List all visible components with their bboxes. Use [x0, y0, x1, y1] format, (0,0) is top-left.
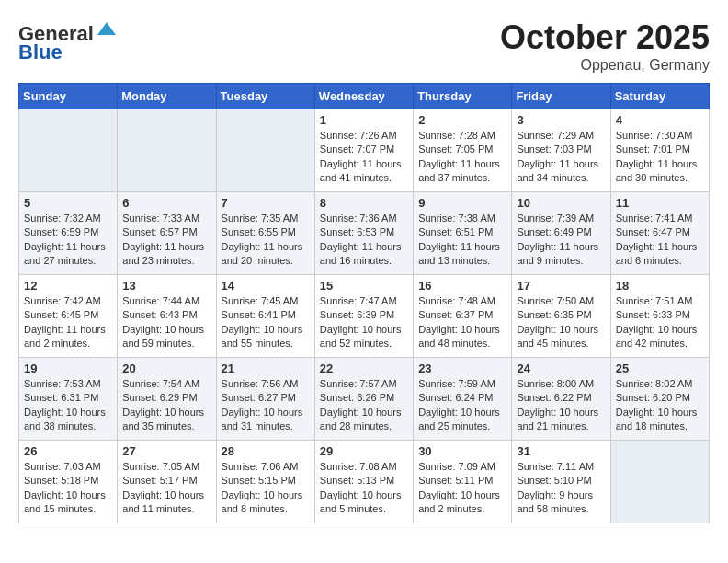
calendar-cell: 16Sunrise: 7:48 AM Sunset: 6:37 PM Dayli… [414, 275, 512, 358]
day-number: 23 [418, 362, 506, 375]
day-number: 24 [517, 362, 605, 375]
day-info: Sunrise: 7:42 AM Sunset: 6:45 PM Dayligh… [24, 294, 112, 351]
day-info: Sunrise: 8:00 AM Sunset: 6:22 PM Dayligh… [517, 377, 605, 434]
title-block: October 2025 Oppenau, Germany [500, 18, 710, 74]
day-info: Sunrise: 7:06 AM Sunset: 5:15 PM Dayligh… [222, 460, 310, 517]
day-number: 7 [222, 196, 310, 210]
location: Oppenau, Germany [500, 57, 710, 74]
calendar-week-2: 5Sunrise: 7:32 AM Sunset: 6:59 PM Daylig… [19, 192, 710, 275]
day-info: Sunrise: 7:50 AM Sunset: 6:35 PM Dayligh… [517, 294, 605, 351]
day-info: Sunrise: 7:47 AM Sunset: 6:39 PM Dayligh… [320, 294, 408, 351]
day-info: Sunrise: 7:26 AM Sunset: 7:07 PM Dayligh… [320, 129, 408, 186]
logo-icon [96, 18, 118, 40]
day-info: Sunrise: 7:54 AM Sunset: 6:29 PM Dayligh… [122, 377, 210, 434]
day-number: 19 [24, 362, 112, 375]
day-number: 31 [517, 444, 605, 458]
day-number: 5 [24, 196, 112, 210]
calendar-cell: 30Sunrise: 7:09 AM Sunset: 5:11 PM Dayli… [414, 441, 512, 523]
calendar-cell: 5Sunrise: 7:32 AM Sunset: 6:59 PM Daylig… [19, 192, 118, 275]
day-info: Sunrise: 7:51 AM Sunset: 6:33 PM Dayligh… [616, 294, 704, 351]
calendar-cell [118, 109, 216, 192]
day-info: Sunrise: 7:45 AM Sunset: 6:41 PM Dayligh… [222, 294, 310, 351]
day-info: Sunrise: 7:44 AM Sunset: 6:43 PM Dayligh… [122, 294, 210, 351]
day-number: 30 [418, 444, 506, 458]
calendar-cell: 20Sunrise: 7:54 AM Sunset: 6:29 PM Dayli… [118, 358, 216, 441]
day-number: 20 [122, 362, 210, 375]
day-info: Sunrise: 7:05 AM Sunset: 5:17 PM Dayligh… [122, 460, 210, 517]
day-number: 22 [320, 362, 408, 375]
day-info: Sunrise: 7:03 AM Sunset: 5:18 PM Dayligh… [24, 460, 112, 517]
weekday-header-wednesday: Wednesday [314, 84, 413, 109]
calendar-cell: 26Sunrise: 7:03 AM Sunset: 5:18 PM Dayli… [19, 441, 118, 523]
calendar-table: SundayMondayTuesdayWednesdayThursdayFrid… [18, 83, 710, 523]
day-number: 2 [418, 113, 506, 127]
day-info: Sunrise: 7:35 AM Sunset: 6:55 PM Dayligh… [222, 212, 310, 269]
calendar-cell: 24Sunrise: 8:00 AM Sunset: 6:22 PM Dayli… [512, 358, 610, 441]
day-number: 14 [222, 279, 310, 293]
svg-marker-0 [97, 22, 116, 35]
calendar-cell: 12Sunrise: 7:42 AM Sunset: 6:45 PM Dayli… [19, 275, 118, 358]
day-info: Sunrise: 7:29 AM Sunset: 7:03 PM Dayligh… [517, 129, 605, 186]
day-number: 8 [320, 196, 408, 210]
day-info: Sunrise: 7:56 AM Sunset: 6:27 PM Dayligh… [222, 377, 310, 434]
page-header: General Blue October 2025 Oppenau, Germa… [18, 18, 710, 74]
day-info: Sunrise: 7:57 AM Sunset: 6:26 PM Dayligh… [320, 377, 408, 434]
calendar-week-4: 19Sunrise: 7:53 AM Sunset: 6:31 PM Dayli… [19, 358, 710, 441]
day-info: Sunrise: 7:32 AM Sunset: 6:59 PM Dayligh… [24, 212, 112, 269]
calendar-cell: 1Sunrise: 7:26 AM Sunset: 7:07 PM Daylig… [314, 109, 413, 192]
calendar-cell: 25Sunrise: 8:02 AM Sunset: 6:20 PM Dayli… [610, 358, 709, 441]
day-info: Sunrise: 7:08 AM Sunset: 5:13 PM Dayligh… [320, 460, 408, 517]
day-info: Sunrise: 7:53 AM Sunset: 6:31 PM Dayligh… [24, 377, 112, 434]
calendar-cell: 31Sunrise: 7:11 AM Sunset: 5:10 PM Dayli… [512, 441, 610, 523]
calendar-cell: 3Sunrise: 7:29 AM Sunset: 7:03 PM Daylig… [512, 109, 610, 192]
day-info: Sunrise: 7:36 AM Sunset: 6:53 PM Dayligh… [320, 212, 408, 269]
calendar-cell [216, 109, 314, 192]
calendar-week-5: 26Sunrise: 7:03 AM Sunset: 5:18 PM Dayli… [19, 441, 710, 523]
calendar-cell: 29Sunrise: 7:08 AM Sunset: 5:13 PM Dayli… [314, 441, 413, 523]
day-number: 21 [222, 362, 310, 375]
day-number: 18 [616, 279, 704, 293]
calendar-cell: 17Sunrise: 7:50 AM Sunset: 6:35 PM Dayli… [512, 275, 610, 358]
day-number: 26 [24, 444, 112, 458]
day-number: 10 [517, 196, 605, 210]
calendar-cell: 23Sunrise: 7:59 AM Sunset: 6:24 PM Dayli… [414, 358, 512, 441]
calendar-cell: 18Sunrise: 7:51 AM Sunset: 6:33 PM Dayli… [610, 275, 709, 358]
day-number: 13 [122, 279, 210, 293]
day-info: Sunrise: 7:41 AM Sunset: 6:47 PM Dayligh… [616, 212, 704, 269]
weekday-header-saturday: Saturday [610, 84, 709, 109]
day-number: 3 [517, 113, 605, 127]
day-info: Sunrise: 7:59 AM Sunset: 6:24 PM Dayligh… [418, 377, 506, 434]
day-info: Sunrise: 7:09 AM Sunset: 5:11 PM Dayligh… [418, 460, 506, 517]
day-info: Sunrise: 7:38 AM Sunset: 6:51 PM Dayligh… [418, 212, 506, 269]
calendar-cell: 28Sunrise: 7:06 AM Sunset: 5:15 PM Dayli… [216, 441, 314, 523]
day-info: Sunrise: 7:33 AM Sunset: 6:57 PM Dayligh… [122, 212, 210, 269]
weekday-header-tuesday: Tuesday [216, 84, 314, 109]
weekday-header-row: SundayMondayTuesdayWednesdayThursdayFrid… [19, 84, 710, 109]
day-info: Sunrise: 8:02 AM Sunset: 6:20 PM Dayligh… [616, 377, 704, 434]
calendar-cell: 13Sunrise: 7:44 AM Sunset: 6:43 PM Dayli… [118, 275, 216, 358]
day-number: 16 [418, 279, 506, 293]
calendar-cell: 14Sunrise: 7:45 AM Sunset: 6:41 PM Dayli… [216, 275, 314, 358]
day-info: Sunrise: 7:28 AM Sunset: 7:05 PM Dayligh… [418, 129, 506, 186]
calendar-cell: 8Sunrise: 7:36 AM Sunset: 6:53 PM Daylig… [314, 192, 413, 275]
day-number: 17 [517, 279, 605, 293]
day-number: 1 [320, 113, 408, 127]
calendar-cell: 27Sunrise: 7:05 AM Sunset: 5:17 PM Dayli… [118, 441, 216, 523]
calendar-cell: 7Sunrise: 7:35 AM Sunset: 6:55 PM Daylig… [216, 192, 314, 275]
calendar-cell: 11Sunrise: 7:41 AM Sunset: 6:47 PM Dayli… [610, 192, 709, 275]
day-info: Sunrise: 7:48 AM Sunset: 6:37 PM Dayligh… [418, 294, 506, 351]
calendar-cell: 9Sunrise: 7:38 AM Sunset: 6:51 PM Daylig… [414, 192, 512, 275]
logo-blue: Blue [18, 40, 63, 63]
calendar-cell: 15Sunrise: 7:47 AM Sunset: 6:39 PM Dayli… [314, 275, 413, 358]
day-info: Sunrise: 7:39 AM Sunset: 6:49 PM Dayligh… [517, 212, 605, 269]
calendar-cell: 22Sunrise: 7:57 AM Sunset: 6:26 PM Dayli… [314, 358, 413, 441]
weekday-header-thursday: Thursday [414, 84, 512, 109]
day-info: Sunrise: 7:11 AM Sunset: 5:10 PM Dayligh… [517, 460, 605, 517]
day-number: 28 [222, 444, 310, 458]
day-number: 25 [616, 362, 704, 375]
calendar-cell: 4Sunrise: 7:30 AM Sunset: 7:01 PM Daylig… [610, 109, 709, 192]
logo: General Blue [18, 18, 118, 63]
month-title: October 2025 [500, 18, 710, 57]
day-number: 11 [616, 196, 704, 210]
weekday-header-friday: Friday [512, 84, 610, 109]
